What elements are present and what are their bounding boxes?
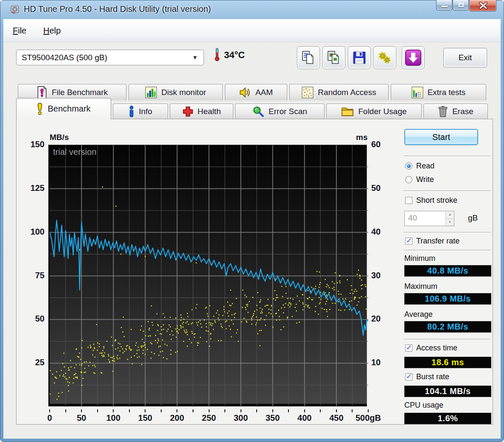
benchmark-side-panel: Start Read Write Short stroke 40 bbox=[403, 119, 493, 425]
save-icon bbox=[352, 50, 367, 65]
burst-rate-checkbox[interactable]: Burst rate bbox=[405, 372, 449, 381]
titlebar[interactable]: HD Tune Pro 4.50 - Hard Disk Utility (tr… bbox=[0, 0, 504, 19]
x-axis-tick bbox=[161, 409, 162, 412]
tab-label: AAM bbox=[255, 88, 273, 97]
cpu-usage-label: CPU usage bbox=[404, 401, 443, 410]
x-axis-tick bbox=[320, 409, 321, 412]
x-axis-tick bbox=[97, 409, 98, 412]
menu-help[interactable]: Help bbox=[41, 25, 63, 36]
minimize-button[interactable] bbox=[436, 0, 452, 11]
drive-select-value: ST9500420AS (500 gB) bbox=[22, 53, 107, 62]
trash-icon bbox=[438, 106, 448, 117]
checkbox-icon bbox=[405, 344, 412, 352]
capacity-value: 40 bbox=[408, 213, 417, 223]
window-title: HD Tune Pro 4.50 - Hard Disk Utility (tr… bbox=[24, 4, 211, 14]
update-button[interactable] bbox=[402, 46, 425, 69]
tab-aam[interactable]: AAM bbox=[225, 84, 287, 101]
start-button[interactable]: Start bbox=[404, 129, 478, 145]
x-axis-tick bbox=[272, 409, 273, 412]
capacity-spinner[interactable]: 40 ▲ ▼ bbox=[404, 211, 454, 226]
tab-benchmark[interactable]: Benchmark bbox=[16, 98, 111, 119]
options-button[interactable] bbox=[373, 46, 396, 69]
short-stroke-label: Short stroke bbox=[416, 196, 457, 205]
x-axis-tick bbox=[304, 409, 305, 412]
checkbox-icon bbox=[405, 197, 412, 204]
burst-rate-value: 104.1 MB/s bbox=[404, 386, 491, 397]
transfer-rate-checkbox[interactable]: Transfer rate bbox=[405, 237, 459, 246]
benchmark-panel: MB/s ms trial version 150125100755025 60… bbox=[16, 119, 493, 425]
x-axis-tick-label: 400 bbox=[297, 413, 311, 423]
copy-text-icon bbox=[301, 50, 316, 65]
x-axis-tick bbox=[241, 409, 241, 412]
y-right-tick-label: 40 bbox=[371, 227, 392, 237]
radio-icon bbox=[405, 176, 412, 183]
transfer-rate-label: Transfer rate bbox=[416, 237, 459, 246]
info-icon bbox=[129, 106, 134, 117]
magnifier-icon bbox=[252, 106, 264, 117]
y-left-tick-label: 125 bbox=[17, 183, 45, 193]
tab-info[interactable]: Info bbox=[113, 104, 168, 119]
maximum-label: Maximum bbox=[404, 282, 437, 291]
drive-select[interactable]: ST9500420AS (500 gB) ▼ bbox=[16, 50, 204, 65]
x-axis-tick bbox=[49, 409, 50, 412]
tab-folder-usage[interactable]: Folder Usage bbox=[326, 104, 422, 119]
x-axis-tick bbox=[256, 409, 257, 412]
write-radio-label: Write bbox=[416, 175, 434, 184]
divider bbox=[403, 339, 491, 340]
copy-text-button[interactable] bbox=[297, 46, 320, 69]
menu-file[interactable]: File bbox=[10, 25, 29, 36]
close-button[interactable] bbox=[469, 0, 496, 11]
tab-error-scan[interactable]: Error Scan bbox=[235, 104, 325, 119]
y-right-tick-label: 60 bbox=[371, 140, 392, 149]
average-label: Average bbox=[404, 310, 433, 319]
maximum-value: 106.9 MB/s bbox=[404, 293, 491, 305]
gear-icon bbox=[378, 50, 392, 65]
y-right-tick-label: 30 bbox=[371, 271, 392, 280]
exit-button[interactable]: Exit bbox=[443, 48, 487, 67]
x-axis-tick bbox=[224, 409, 225, 412]
tab-health[interactable]: Health bbox=[170, 104, 233, 119]
minimum-value: 40.8 MB/s bbox=[404, 265, 491, 277]
tab-random-access[interactable]: Random Access bbox=[289, 84, 389, 101]
tab-label: Health bbox=[198, 107, 221, 116]
tab-erase[interactable]: Erase bbox=[423, 104, 488, 119]
minimize-icon bbox=[442, 6, 448, 7]
access-time-value: 18.6 ms bbox=[404, 357, 491, 368]
chevron-down-icon: ▼ bbox=[192, 50, 198, 65]
tab-disk-monitor[interactable]: Disk monitor bbox=[129, 84, 223, 101]
tab-label: Erase bbox=[452, 107, 473, 116]
spinner-down-button[interactable]: ▼ bbox=[446, 219, 454, 226]
thermometer-icon bbox=[214, 47, 220, 62]
y-right-axis-title: ms bbox=[356, 133, 367, 142]
x-axis-tick bbox=[129, 409, 130, 412]
maximize-button[interactable] bbox=[453, 0, 469, 11]
short-stroke-checkbox[interactable]: Short stroke bbox=[405, 196, 457, 205]
x-axis-tick-label: 500gB bbox=[356, 413, 381, 423]
random-access-icon bbox=[302, 87, 314, 98]
write-radio[interactable]: Write bbox=[405, 175, 434, 184]
radio-icon bbox=[405, 162, 412, 170]
y-left-tick-label: 25 bbox=[17, 358, 45, 367]
checkbox-icon bbox=[405, 373, 412, 380]
read-radio[interactable]: Read bbox=[405, 162, 434, 171]
y-left-tick-label: 100 bbox=[17, 227, 45, 237]
x-axis-tick bbox=[336, 409, 337, 412]
maximize-icon bbox=[459, 3, 464, 7]
x-axis-tick-label: 300 bbox=[234, 413, 248, 423]
spinner-up-button[interactable]: ▲ bbox=[446, 211, 454, 219]
x-axis-tick-label: 350 bbox=[266, 413, 280, 423]
access-time-checkbox[interactable]: Access time bbox=[405, 344, 457, 352]
minimum-label: Minimum bbox=[404, 254, 435, 263]
x-axis-tick bbox=[81, 409, 82, 412]
tab-extra-tests[interactable]: Extra tests bbox=[391, 84, 486, 101]
copy-image-button[interactable] bbox=[322, 46, 345, 69]
save-button[interactable] bbox=[348, 46, 371, 69]
x-axis-tick bbox=[145, 409, 146, 412]
cpu-usage-value: 1.6% bbox=[404, 413, 491, 424]
health-cross-icon bbox=[182, 106, 193, 117]
x-axis-ticks bbox=[48, 409, 368, 413]
tab-label: File Benchmark bbox=[52, 88, 108, 97]
tab-label: Disk monitor bbox=[161, 88, 206, 97]
divider bbox=[403, 250, 491, 251]
x-axis-tick bbox=[193, 409, 193, 412]
